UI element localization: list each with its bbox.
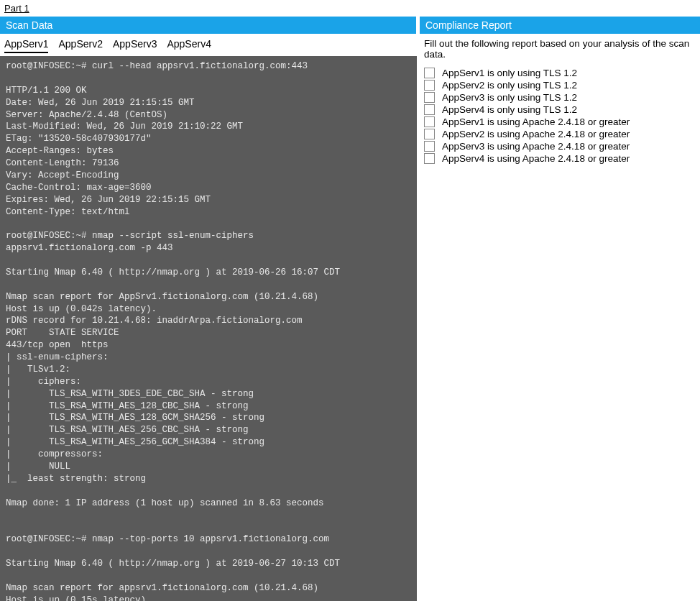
check-row: AppServ1 is using Apache 2.4.18 or great… (420, 116, 700, 128)
checkbox-apache-appserv3[interactable] (424, 141, 435, 152)
check-label: AppServ2 is using Apache 2.4.18 or great… (442, 129, 630, 139)
tab-appserv3[interactable]: AppServ3 (113, 38, 157, 53)
tab-appserv4[interactable]: AppServ4 (167, 38, 211, 53)
tab-appserv2[interactable]: AppServ2 (58, 38, 102, 53)
checkbox-apache-appserv1[interactable] (424, 116, 435, 127)
compliance-header: Compliance Report (420, 17, 700, 34)
check-row: AppServ1 is only using TLS 1.2 (420, 67, 700, 79)
check-row: AppServ4 is using Apache 2.4.18 or great… (420, 152, 700, 165)
checkbox-tls-appserv3[interactable] (424, 92, 435, 103)
check-row: AppServ3 is using Apache 2.4.18 or great… (420, 140, 700, 152)
check-label: AppServ2 is only using TLS 1.2 (442, 80, 577, 91)
report-intro: Fill out the following report based on y… (420, 34, 700, 67)
checkbox-apache-appserv2[interactable] (424, 129, 435, 139)
check-label: AppServ1 is using Apache 2.4.18 or great… (442, 116, 630, 127)
check-row: AppServ4 is only using TLS 1.2 (420, 104, 700, 116)
checkbox-tls-appserv4[interactable] (424, 104, 435, 115)
server-tabs: AppServ1 AppServ2 AppServ3 AppServ4 (0, 34, 417, 53)
check-label: AppServ1 is only using TLS 1.2 (442, 68, 577, 78)
check-label: AppServ3 is only using TLS 1.2 (442, 92, 577, 103)
terminal-output: root@INFOSEC:~# curl --head appsrv1.fict… (0, 56, 417, 601)
tab-appserv1[interactable]: AppServ1 (4, 38, 48, 53)
checkbox-tls-appserv1[interactable] (424, 68, 435, 78)
scan-data-header: Scan Data (0, 17, 417, 34)
checkbox-apache-appserv4[interactable] (424, 153, 435, 164)
part-label: Part 1 (0, 0, 700, 17)
check-row: AppServ3 is only using TLS 1.2 (420, 91, 700, 104)
check-label: AppServ4 is using Apache 2.4.18 or great… (442, 153, 630, 164)
check-row: AppServ2 is only using TLS 1.2 (420, 79, 700, 91)
check-label: AppServ4 is only using TLS 1.2 (442, 104, 577, 115)
check-row: AppServ2 is using Apache 2.4.18 or great… (420, 128, 700, 140)
check-label: AppServ3 is using Apache 2.4.18 or great… (442, 141, 630, 152)
checkbox-tls-appserv2[interactable] (424, 80, 435, 91)
